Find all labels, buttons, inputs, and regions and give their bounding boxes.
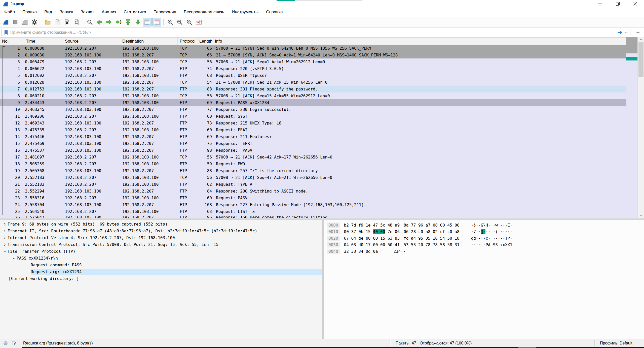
auto-scroll-toggle[interactable] [143, 18, 152, 26]
packet-row-8[interactable]: 80.060210192.168.2.207192.168.103.100TCP… [0, 92, 626, 99]
zoom-out-button[interactable] [175, 18, 184, 26]
resize-columns-button[interactable] [194, 18, 203, 26]
packet-row-13[interactable]: 132.475335192.168.2.207192.168.103.100FT… [0, 126, 626, 133]
go-forward-button[interactable] [104, 18, 113, 26]
menu-item-analyze[interactable]: Анализ [98, 9, 120, 16]
detail-line-6[interactable]: Request command: PASS [0, 262, 322, 268]
packet-row-4[interactable]: 40.006622192.168.103.100192.168.2.207FTP… [0, 65, 626, 72]
save-file-button[interactable] [53, 18, 62, 26]
zoom-original-button[interactable] [185, 18, 194, 26]
detail-line-4[interactable]: File Transfer Protocol (FTP) [0, 248, 322, 255]
scroll-up-button[interactable] [638, 37, 644, 42]
packet-row-21[interactable]: 212.552183192.168.2.207192.168.103.100FT… [0, 181, 626, 188]
display-filter-input[interactable] [10, 30, 616, 35]
packet-list-scrollbar[interactable] [637, 37, 644, 218]
packet-row-3[interactable]: 30.005479192.168.2.207192.168.103.100TCP… [0, 58, 626, 65]
menu-item-view[interactable]: Вид [41, 9, 56, 16]
find-packet-button[interactable] [85, 18, 94, 26]
open-file-button[interactable] [43, 18, 52, 26]
detail-line-8[interactable]: [Current working directory: ] [0, 275, 322, 282]
packet-row-1[interactable]: 10.000000192.168.2.207192.168.103.100TCP… [0, 45, 626, 52]
display-filter-box[interactable] [2, 29, 630, 36]
restart-capture-button[interactable] [20, 18, 29, 26]
capture-options-button[interactable] [30, 18, 39, 26]
expander-down-icon[interactable] [2, 250, 8, 253]
detail-line-3[interactable]: Transmission Control Protocol, Src Port:… [0, 241, 322, 248]
hex-row-0020[interactable]: 002067 64 de b0 00 15 63 83fd a4 95 05 1… [327, 235, 644, 241]
column-header-info[interactable]: Info [213, 38, 626, 45]
profile-status[interactable]: Профиль: Default [600, 339, 632, 347]
go-to-packet-button[interactable] [114, 18, 123, 26]
scrollbar-thumb[interactable] [638, 42, 643, 77]
stop-capture-button[interactable] [11, 18, 20, 26]
expander-down-icon[interactable] [11, 257, 17, 260]
close-file-button[interactable] [62, 18, 71, 26]
menu-item-file[interactable]: Файл [1, 9, 19, 16]
start-capture-button[interactable] [1, 18, 10, 26]
column-header-length[interactable]: Length [199, 38, 213, 45]
packet-row-2[interactable]: 20.000030192.168.103.100192.168.2.207TCP… [0, 52, 626, 58]
menu-item-wireless[interactable]: Беспроводная связь [180, 9, 228, 16]
menu-item-edit[interactable]: Правка [19, 9, 41, 16]
packet-row-18[interactable]: 182.505259192.168.2.207192.168.103.100FT… [0, 161, 626, 167]
detail-line-5[interactable]: PASS xxXX1234\r\n [0, 255, 322, 262]
bookmark-icon[interactable] [3, 30, 9, 35]
column-header-time[interactable]: Time [24, 38, 63, 45]
colorize-toggle[interactable] [152, 18, 161, 26]
add-filter-button[interactable]: + [635, 29, 641, 36]
minimize-button[interactable] [591, 0, 609, 8]
detail-line-0[interactable]: Frame 9: 69 bytes on wire (552 bits), 69… [0, 221, 322, 228]
reload-file-button[interactable] [72, 18, 81, 26]
intelligent-scrollbar-minimap[interactable] [626, 37, 637, 218]
packet-row-10[interactable]: 102.463345192.168.103.100192.168.2.207FT… [0, 106, 626, 113]
scroll-down-button[interactable] [638, 213, 644, 218]
packet-row-26[interactable]: 262.575047192.168.103.100192.168.2.207FT… [0, 215, 626, 218]
packet-row-20[interactable]: 202.552183192.168.2.207192.168.103.100TC… [0, 174, 626, 181]
hex-row-0040[interactable]: 004032 33 34 0d 0a234·· [327, 248, 644, 255]
expander-right-icon[interactable] [2, 236, 8, 240]
packet-row-5[interactable]: 50.012602192.168.2.207192.168.103.100FTP… [0, 72, 626, 79]
packet-row-22[interactable]: 222.552294192.168.103.100192.168.2.207FT… [0, 188, 626, 195]
column-header-no[interactable]: No. [0, 38, 24, 45]
packet-row-17[interactable]: 172.481097192.168.2.207192.168.103.100TC… [0, 154, 626, 161]
go-first-packet-button[interactable] [124, 18, 133, 26]
apply-filter-icon[interactable] [617, 29, 623, 36]
column-header-destination[interactable]: Destination [120, 38, 178, 45]
expander-right-icon[interactable] [2, 243, 8, 246]
expander-right-icon[interactable] [2, 229, 8, 233]
menu-item-tools[interactable]: Инструменты [228, 9, 262, 16]
hex-row-0030[interactable]: 003004 03 d0 17 00 00 50 4153 53 20 78 7… [327, 241, 644, 248]
menu-item-capture[interactable]: Захват [77, 9, 98, 16]
capture-comment-icon[interactable] [12, 341, 17, 346]
packet-row-16[interactable]: 162.475537192.168.103.100192.168.2.207FT… [0, 147, 626, 154]
packet-row-19[interactable]: 192.505368192.168.103.100192.168.2.207FT… [0, 167, 626, 174]
detail-line-1[interactable]: Ethernet II, Src: Routerboardc_77:96:a7 … [0, 228, 322, 234]
packet-row-24[interactable]: 242.558704192.168.103.100192.168.2.207FT… [0, 201, 626, 208]
packet-row-11[interactable]: 112.469206192.168.2.207192.168.103.100FT… [0, 113, 626, 120]
filter-dropdown-chevron-icon[interactable] [624, 30, 629, 35]
close-button[interactable] [626, 0, 644, 8]
menu-item-go[interactable]: Запуск [56, 9, 77, 16]
go-last-packet-button[interactable] [133, 18, 142, 26]
packet-row-25[interactable]: 252.564540192.168.2.207192.168.103.100FT… [0, 208, 626, 215]
expander-right-icon[interactable] [2, 223, 8, 226]
column-header-protocol[interactable]: Protocol [178, 38, 199, 45]
menu-item-help[interactable]: Справка [262, 9, 287, 16]
packet-row-23[interactable]: 232.558316192.168.2.207192.168.103.100FT… [0, 195, 626, 201]
column-header-source[interactable]: Source [63, 38, 120, 45]
packet-row-9[interactable]: 92.434443192.168.2.207192.168.103.100FTP… [0, 99, 626, 106]
menu-item-telephony[interactable]: Телефония [150, 9, 180, 16]
packet-row-12[interactable]: 122.469343192.168.103.100192.168.2.207FT… [0, 120, 626, 126]
packet-row-7[interactable]: 70.012753192.168.103.100192.168.2.207FTP… [0, 86, 626, 92]
expert-info-icon[interactable] [3, 341, 8, 346]
zoom-in-button[interactable] [166, 18, 175, 26]
packet-row-15[interactable]: 152.475469192.168.103.100192.168.2.207FT… [0, 140, 626, 147]
hex-row-0010[interactable]: 001000 37 0b 15 40 00 7e 0606 28 c0 a8 0… [327, 228, 644, 235]
detail-line-7[interactable]: Request arg: xxXX1234 [0, 268, 322, 275]
hex-row-0000[interactable]: 0000b2 7d f9 1e 47 5c 48 a98a 77 96 a7 0… [327, 222, 644, 228]
go-back-button[interactable] [95, 18, 104, 26]
packet-row-14[interactable]: 142.475446192.168.103.100192.168.2.207FT… [0, 133, 626, 140]
detail-line-2[interactable]: Internet Protocol Version 4, Src: 192.16… [0, 234, 322, 241]
packet-row-6[interactable]: 60.012628192.168.103.100192.168.2.207TCP… [0, 79, 626, 86]
menu-item-statistics[interactable]: Статистика [120, 9, 150, 16]
